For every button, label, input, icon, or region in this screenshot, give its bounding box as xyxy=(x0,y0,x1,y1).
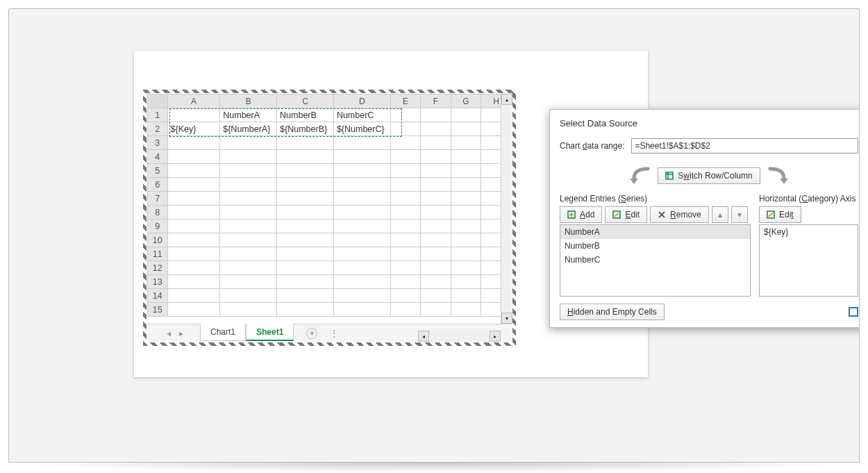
col-header[interactable]: B xyxy=(220,94,277,108)
cell[interactable] xyxy=(220,233,277,247)
cell[interactable] xyxy=(451,192,481,206)
cell[interactable] xyxy=(220,136,277,150)
cell[interactable] xyxy=(220,289,277,303)
category-listbox[interactable]: ${Key} xyxy=(759,224,858,297)
cell[interactable] xyxy=(277,289,334,303)
move-series-up-button[interactable]: ▴ xyxy=(712,206,728,223)
cell[interactable]: ${Key} xyxy=(167,122,220,136)
cell[interactable] xyxy=(451,261,481,275)
select-all-corner[interactable] xyxy=(148,94,168,108)
cell[interactable] xyxy=(451,122,481,136)
col-header[interactable]: G xyxy=(451,94,481,108)
series-item[interactable]: NumberA xyxy=(560,225,750,239)
cell[interactable] xyxy=(451,164,481,178)
cell[interactable] xyxy=(421,178,451,192)
chart-data-range-input[interactable] xyxy=(631,138,858,153)
cell[interactable] xyxy=(277,136,334,150)
cell[interactable]: ${NumberB} xyxy=(277,122,334,136)
cell[interactable] xyxy=(220,275,277,289)
cell[interactable] xyxy=(390,206,420,219)
new-sheet-button[interactable]: + xyxy=(306,328,317,339)
cell[interactable] xyxy=(333,247,390,261)
series-item[interactable]: NumberC xyxy=(560,253,750,267)
cell[interactable] xyxy=(167,261,220,275)
cell[interactable] xyxy=(167,233,220,247)
cell[interactable] xyxy=(451,206,481,219)
cell[interactable] xyxy=(451,275,481,289)
add-series-button[interactable]: Add xyxy=(560,206,602,223)
cell[interactable]: ${NumberC} xyxy=(333,122,390,136)
cell[interactable] xyxy=(421,233,451,247)
row-header[interactable]: 7 xyxy=(148,192,168,206)
cell[interactable]: NumberB xyxy=(277,108,334,122)
cell[interactable] xyxy=(421,192,451,206)
cell[interactable] xyxy=(333,289,390,303)
cell[interactable] xyxy=(220,192,277,206)
cell[interactable] xyxy=(167,219,220,233)
cell[interactable] xyxy=(390,192,420,206)
cell[interactable] xyxy=(421,206,451,219)
cell[interactable] xyxy=(220,247,277,261)
cell[interactable] xyxy=(167,108,220,122)
cell[interactable] xyxy=(451,247,481,261)
series-item[interactable]: NumberB xyxy=(560,239,750,253)
cell[interactable] xyxy=(451,233,481,247)
cell[interactable] xyxy=(167,178,220,192)
row-header[interactable]: 1 xyxy=(148,108,168,122)
cell[interactable] xyxy=(421,289,451,303)
tab-nav-next[interactable]: ▸ xyxy=(175,329,187,338)
cell[interactable] xyxy=(390,164,420,178)
horizontal-scrollbar[interactable]: ◂ ▸ xyxy=(418,331,501,342)
cell[interactable] xyxy=(167,164,220,178)
row-header[interactable]: 5 xyxy=(148,164,168,178)
cell[interactable] xyxy=(421,150,451,164)
cell[interactable] xyxy=(167,192,220,206)
row-header[interactable]: 2 xyxy=(148,122,168,136)
cell[interactable] xyxy=(220,219,277,233)
row-header[interactable]: 8 xyxy=(148,206,168,219)
cell[interactable] xyxy=(277,219,334,233)
cell[interactable] xyxy=(421,108,451,122)
cell[interactable] xyxy=(220,150,277,164)
row-header[interactable]: 4 xyxy=(148,150,168,164)
cell[interactable] xyxy=(421,303,451,317)
move-series-down-button[interactable]: ▾ xyxy=(731,206,748,223)
col-header[interactable]: E xyxy=(390,94,420,108)
col-header[interactable]: D xyxy=(333,94,390,108)
scroll-right-button[interactable]: ▸ xyxy=(490,331,501,342)
cell[interactable] xyxy=(333,261,390,275)
row-header[interactable]: 15 xyxy=(148,303,168,317)
row-header[interactable]: 10 xyxy=(148,233,168,247)
grid[interactable]: A B C D E F G H 1NumberANumberBNumberC2$… xyxy=(147,94,512,317)
cell[interactable] xyxy=(167,275,220,289)
cell[interactable] xyxy=(333,233,390,247)
cell[interactable] xyxy=(451,289,481,303)
row-header[interactable]: 14 xyxy=(148,289,168,303)
cell[interactable] xyxy=(421,164,451,178)
cell[interactable] xyxy=(421,261,451,275)
cell[interactable] xyxy=(167,150,220,164)
category-item[interactable]: ${Key} xyxy=(760,225,858,239)
cell[interactable] xyxy=(333,164,390,178)
scroll-left-button[interactable]: ◂ xyxy=(418,331,429,342)
row-header[interactable]: 3 xyxy=(148,136,168,150)
hidden-empty-cells-button[interactable]: Hidden and Empty Cells xyxy=(560,304,665,320)
cell[interactable] xyxy=(333,136,390,150)
cell[interactable] xyxy=(333,303,390,317)
cell[interactable] xyxy=(390,136,420,150)
vertical-scrollbar[interactable]: ▴ ▾ xyxy=(501,94,512,324)
cell[interactable] xyxy=(277,233,334,247)
cell[interactable] xyxy=(167,303,220,317)
cell[interactable] xyxy=(390,289,420,303)
cell[interactable] xyxy=(167,247,220,261)
edit-series-button[interactable]: Edit xyxy=(605,206,647,223)
cell[interactable] xyxy=(333,150,390,164)
cell[interactable] xyxy=(390,219,420,233)
cell[interactable] xyxy=(421,219,451,233)
cell[interactable] xyxy=(167,206,220,219)
tab-sheet1[interactable]: Sheet1 xyxy=(246,324,294,341)
cell[interactable] xyxy=(390,247,420,261)
cell[interactable] xyxy=(220,206,277,219)
cell[interactable] xyxy=(390,303,420,317)
cell[interactable] xyxy=(333,178,390,192)
